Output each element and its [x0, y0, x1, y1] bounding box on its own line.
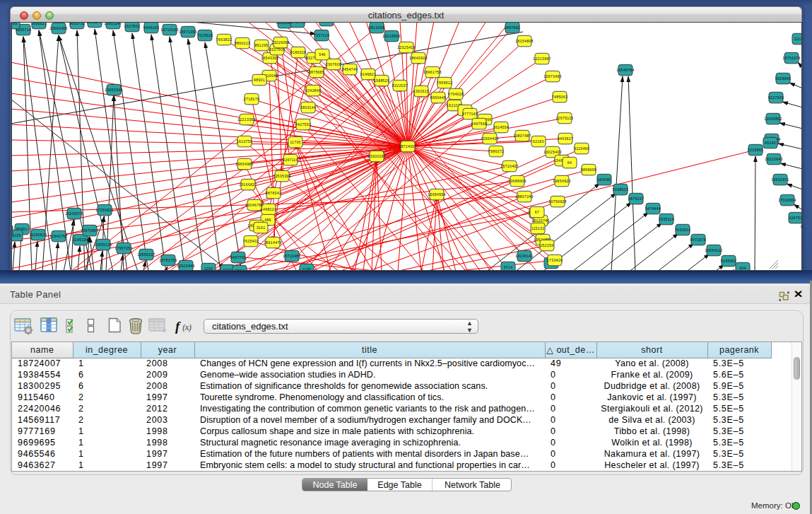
svg-text:1145194: 1145194	[73, 238, 88, 242]
svg-text:7625402: 7625402	[243, 239, 259, 243]
svg-text:18807249: 18807249	[515, 194, 533, 199]
svg-text:2367608: 2367608	[326, 62, 341, 66]
svg-text:5938923: 5938923	[613, 187, 628, 192]
svg-text:9329966: 9329966	[775, 76, 791, 81]
svg-text:9899695: 9899695	[581, 168, 596, 172]
svg-text:18724007: 18724007	[399, 144, 416, 148]
svg-text:15692971: 15692971	[771, 177, 789, 182]
svg-text:9146821: 9146821	[360, 72, 376, 76]
svg-text:12942757: 12942757	[49, 234, 67, 238]
svg-text:1695: 1695	[12, 23, 17, 25]
svg-text:6794028: 6794028	[448, 92, 464, 96]
svg-text:9314: 9314	[235, 269, 245, 270]
svg-text:2803144: 2803144	[300, 105, 316, 110]
svg-text:9131: 9131	[223, 268, 233, 270]
svg-text:13535394: 13535394	[273, 174, 290, 178]
svg-text:1527602: 1527602	[124, 24, 140, 28]
svg-text:10688609: 10688609	[508, 179, 526, 183]
svg-text:21564436: 21564436	[481, 136, 498, 141]
svg-text:19654923: 19654923	[553, 179, 570, 183]
svg-text:19654985: 19654985	[235, 162, 253, 166]
svg-text:15720407: 15720407	[500, 164, 518, 168]
svg-text:9777169: 9777169	[462, 112, 478, 116]
svg-text:6879197: 6879197	[628, 197, 644, 201]
svg-text:9635731: 9635731	[69, 23, 85, 25]
svg-text:1588520: 1588520	[374, 78, 389, 83]
svg-text:7357224: 7357224	[314, 33, 329, 37]
svg-text:23226058: 23226058	[271, 40, 289, 45]
svg-text:3624554: 3624554	[493, 125, 509, 129]
svg-text:252254: 252254	[540, 243, 553, 247]
svg-text:10719155: 10719155	[160, 28, 178, 32]
svg-text:7632621: 7632621	[675, 228, 690, 232]
svg-text:3875685: 3875685	[309, 70, 324, 74]
svg-text:98901: 98901	[254, 78, 265, 82]
svg-text:116753: 116753	[789, 216, 801, 220]
svg-text:8454749: 8454749	[342, 67, 358, 71]
svg-text:3215955: 3215955	[748, 148, 763, 152]
svg-text:7515526: 7515526	[197, 33, 213, 37]
svg-text:2063247: 2063247	[87, 23, 102, 24]
svg-text:1362615: 1362615	[413, 89, 429, 93]
svg-text:8186328: 8186328	[290, 50, 306, 54]
svg-text:2887682: 2887682	[505, 25, 520, 30]
svg-text:11700: 11700	[290, 140, 301, 144]
svg-text:891295: 891295	[254, 43, 268, 47]
svg-text:10654112: 10654112	[705, 248, 722, 252]
svg-text:17957253: 17957253	[114, 246, 132, 250]
svg-text:39159: 39159	[12, 233, 21, 238]
svg-text:16961758: 16961758	[423, 70, 441, 74]
svg-text:7986372: 7986372	[488, 149, 504, 153]
svg-text:1733426: 1733426	[547, 258, 563, 262]
svg-text:17016504: 17016504	[778, 198, 796, 202]
svg-text:16120746: 16120746	[531, 218, 549, 223]
svg-text:164095: 164095	[597, 177, 611, 182]
svg-text:16210643: 16210643	[765, 157, 782, 161]
svg-text:9115460: 9115460	[574, 146, 589, 151]
svg-text:20053346: 20053346	[105, 88, 122, 92]
svg-text:19218506: 19218506	[382, 34, 400, 38]
svg-text:11156829: 11156829	[30, 233, 47, 237]
svg-text:10653247: 10653247	[104, 23, 122, 25]
svg-text:7485063: 7485063	[552, 95, 567, 99]
svg-text:10958107: 10958107	[137, 252, 155, 257]
svg-text:1292: 1292	[204, 267, 213, 270]
svg-text:7663822: 7663822	[216, 37, 232, 42]
svg-text:9227349: 9227349	[768, 95, 784, 100]
svg-text:15716485: 15716485	[283, 254, 300, 258]
svg-text:10046788: 10046788	[245, 203, 263, 207]
svg-text:6497568: 6497568	[471, 122, 487, 126]
svg-text:1610755: 1610755	[237, 139, 252, 144]
svg-text:64: 64	[567, 160, 572, 165]
svg-text:8813054: 8813054	[369, 25, 384, 30]
svg-text:2718176: 2718176	[244, 97, 259, 101]
svg-text:12505135: 12505135	[94, 243, 112, 247]
svg-text:115132: 115132	[531, 226, 545, 230]
svg-text:9242848: 9242848	[305, 88, 321, 93]
svg-text:8042731: 8042731	[290, 23, 305, 24]
svg-text:23300293: 23300293	[367, 154, 385, 158]
svg-text:10807487: 10807487	[513, 134, 531, 138]
svg-text:10025433: 10025433	[543, 150, 561, 154]
svg-text:10973493: 10973493	[543, 74, 561, 78]
svg-text:8860123: 8860123	[235, 41, 250, 45]
svg-text:16543362: 16543362	[261, 56, 278, 60]
svg-text:16648784: 16648784	[616, 68, 634, 72]
svg-text:12213967: 12213967	[533, 57, 551, 61]
svg-text:9474444: 9474444	[645, 206, 661, 211]
svg-text:16914479: 16914479	[264, 240, 281, 245]
svg-text:8471676: 8471676	[690, 238, 706, 242]
svg-text:8322037: 8322037	[392, 83, 408, 88]
svg-text:8427552: 8427552	[295, 122, 311, 127]
svg-text:16671355: 16671355	[179, 30, 196, 34]
svg-text:8990448: 8990448	[430, 95, 446, 100]
svg-text:1498222: 1498222	[261, 207, 276, 211]
svg-text:489: 489	[264, 218, 271, 222]
svg-text:18640910: 18640910	[409, 56, 427, 60]
svg-text:3161: 3161	[257, 226, 266, 230]
svg-text:20206576: 20206576	[65, 211, 83, 216]
svg-text:20691406: 20691406	[49, 26, 67, 30]
svg-text:15751074: 15751074	[782, 56, 800, 60]
svg-text:17359924: 17359924	[95, 208, 113, 212]
svg-text:10756928: 10756928	[548, 199, 566, 204]
